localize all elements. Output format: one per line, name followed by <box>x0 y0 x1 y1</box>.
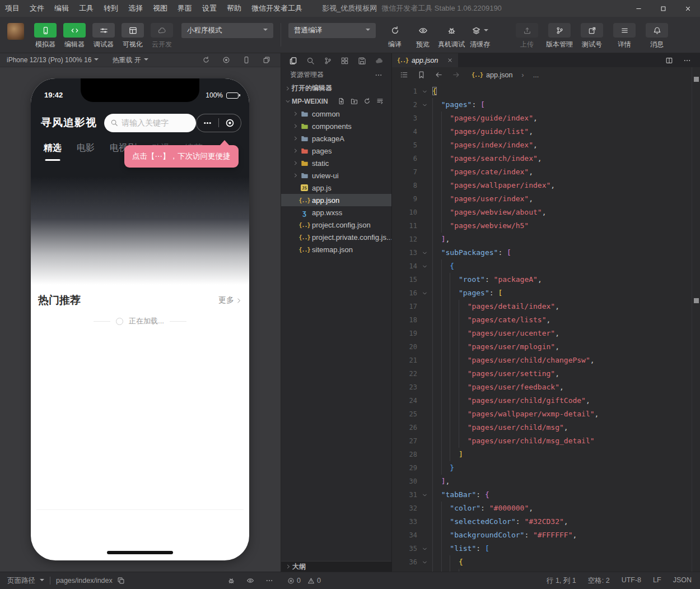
refresh-icon[interactable] <box>363 98 371 105</box>
compile-mode-select[interactable]: 普通编译 <box>288 23 376 38</box>
code-line[interactable]: 34 "backgroundColor": "#FFFFFF", <box>392 528 692 542</box>
mode-button[interactable]: 编辑器 <box>60 23 88 49</box>
code-line[interactable]: 25 "pages/wallpaper/wxmp-detail", <box>392 407 692 421</box>
code-line[interactable]: 11 "pages/webview/h5" <box>392 219 692 233</box>
exit-miniprogram-button[interactable] <box>219 118 241 128</box>
navigate-forward-icon[interactable] <box>452 71 460 79</box>
menu-item[interactable]: 设置 <box>197 0 222 17</box>
tree-item[interactable]: packageA <box>281 132 391 145</box>
tree-item[interactable]: uview-ui <box>281 169 391 182</box>
code-line[interactable]: 20 "pages/user/mplogin", <box>392 340 692 354</box>
code-line[interactable]: 17 "pages/detail/index", <box>392 300 692 313</box>
fold-icon[interactable] <box>417 555 432 569</box>
toolbar-action[interactable]: 消息 <box>642 23 672 49</box>
code-line[interactable]: 18 "pages/cate/lists", <box>392 313 692 327</box>
menu-item[interactable]: 工具 <box>74 0 99 17</box>
toolbar-action[interactable]: 预览 <box>410 23 436 49</box>
breadcrumb-file[interactable]: {..} app.json <box>472 71 512 79</box>
record-icon[interactable] <box>222 56 230 64</box>
fold-icon[interactable] <box>417 246 432 259</box>
menu-item[interactable]: 帮助 <box>222 0 246 17</box>
code-line[interactable]: 14 { <box>392 259 692 273</box>
search-icon[interactable] <box>306 57 315 65</box>
tree-item[interactable]: ʒapp.wxss <box>281 206 391 219</box>
cloud-sync-icon[interactable] <box>375 57 384 65</box>
project-section[interactable]: MP-WEIXIN <box>281 95 391 108</box>
code-line[interactable]: 8 "pages/wallpaper/index", <box>392 179 692 192</box>
tree-item[interactable]: pages <box>281 145 391 157</box>
code-line[interactable]: 31 "tabBar": { <box>392 488 692 502</box>
close-button[interactable] <box>675 0 700 17</box>
overview-ruler[interactable] <box>692 67 700 572</box>
split-editor-icon[interactable] <box>665 57 673 64</box>
toolbar-action[interactable]: 上传 <box>512 23 542 49</box>
minimize-button[interactable] <box>626 0 651 17</box>
code-line[interactable]: 16 "pages": [ <box>392 286 692 300</box>
tree-item[interactable]: {..}project.config.json <box>281 219 391 231</box>
menu-item[interactable]: 微信开发者工具 <box>246 0 307 17</box>
mode-button[interactable]: 可视化 <box>119 23 147 49</box>
code-line[interactable]: 10 "pages/webview/about", <box>392 206 692 219</box>
git-branch-icon[interactable] <box>324 57 332 65</box>
fold-icon[interactable] <box>417 488 432 502</box>
tree-item[interactable]: JSapp.js <box>281 182 391 194</box>
fold-icon[interactable] <box>417 286 432 300</box>
code-line[interactable]: 13 "subPackages": [ <box>392 246 692 259</box>
category-tab[interactable]: 精选 <box>44 142 62 154</box>
search-input[interactable] <box>122 118 189 127</box>
code-line[interactable]: 26 "pages/user/child/msg", <box>392 421 692 434</box>
avatar[interactable] <box>7 23 24 40</box>
code-line[interactable]: 3 "pages/guide/index", <box>392 112 692 125</box>
menu-item[interactable]: 文件 <box>25 0 49 17</box>
fold-icon[interactable] <box>417 85 432 98</box>
code-line[interactable]: 12 ], <box>392 233 692 246</box>
page-path-label[interactable]: 页面路径 <box>7 576 35 586</box>
code-line[interactable]: 24 "pages/user/child/giftCode", <box>392 394 692 407</box>
fold-icon[interactable] <box>417 259 432 273</box>
menu-item[interactable]: 转到 <box>99 0 123 17</box>
navigate-back-icon[interactable] <box>435 71 443 79</box>
code-area[interactable]: 1{2 "pages": [3 "pages/guide/index",4 "p… <box>392 82 700 572</box>
toolbar-action[interactable]: 真机调试 <box>438 23 465 49</box>
more-icon[interactable] <box>265 577 273 585</box>
fold-icon[interactable] <box>417 98 432 112</box>
copy-icon[interactable] <box>117 577 125 585</box>
tree-item[interactable]: {..}app.json <box>281 194 391 206</box>
hot-reload-toggle[interactable]: 热重载 开 <box>112 55 148 65</box>
device-icon[interactable] <box>242 56 250 64</box>
toolbar-action[interactable]: 详情 <box>609 23 640 49</box>
statusbar-item[interactable]: UTF-8 <box>622 576 641 586</box>
menu-item[interactable]: 编辑 <box>49 0 74 17</box>
problems-summary[interactable]: 0 0 <box>287 577 321 585</box>
breadcrumb-rest[interactable]: ... <box>533 71 539 79</box>
toolbar-action[interactable]: 清缓存 <box>467 23 493 49</box>
code-line[interactable]: 6 "pages/search/index", <box>392 152 692 165</box>
tree-item[interactable]: {..}sitemap.json <box>281 243 391 256</box>
more-link[interactable]: 更多 <box>218 295 242 305</box>
statusbar-item[interactable]: LF <box>653 576 661 586</box>
code-line[interactable]: 29 } <box>392 461 692 475</box>
device-select[interactable]: iPhone 12/13 (Pro) 100% 16 <box>7 56 99 64</box>
code-line[interactable]: 30 ], <box>392 475 692 488</box>
menu-item[interactable]: 项目 <box>0 0 25 17</box>
new-file-icon[interactable] <box>338 98 345 105</box>
outline-section[interactable]: 大纲 <box>281 561 391 572</box>
code-line[interactable]: 1{ <box>392 85 692 98</box>
code-line[interactable]: 2 "pages": [ <box>392 98 692 112</box>
tab-app-json[interactable]: {..} app.json <box>392 53 458 67</box>
mode-button[interactable]: 云开发 <box>148 23 176 49</box>
grid-icon[interactable] <box>340 57 349 65</box>
code-line[interactable]: 9 "pages/user/index", <box>392 192 692 206</box>
code-line[interactable]: 21 "pages/user/child/changePsw", <box>392 354 692 367</box>
files-icon[interactable] <box>289 57 297 65</box>
mode-button[interactable]: 调试器 <box>90 23 118 49</box>
code-line[interactable]: 15 "root": "packageA", <box>392 273 692 286</box>
restart-icon[interactable] <box>202 56 210 64</box>
code-line[interactable]: 32 "color": "#000000", <box>392 502 692 515</box>
more-icon[interactable] <box>375 71 382 79</box>
search-bar[interactable] <box>104 114 196 132</box>
open-editors-section[interactable]: 打开的编辑器 <box>281 82 391 95</box>
code-line[interactable]: 22 "pages/user/setting", <box>392 367 692 381</box>
tree-item[interactable]: {..}project.private.config.js... <box>281 231 391 243</box>
menu-item[interactable]: 视图 <box>148 0 172 17</box>
